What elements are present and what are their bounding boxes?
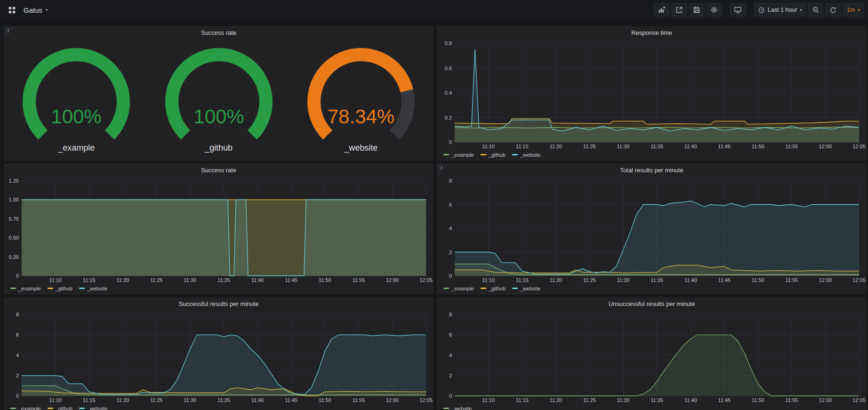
add-panel-button[interactable] bbox=[654, 3, 670, 17]
svg-text:4: 4 bbox=[449, 353, 452, 358]
caret-down-icon: ▾ bbox=[858, 8, 860, 12]
legend-swatch bbox=[512, 288, 518, 289]
panel-successful-results: Successful results per minute 11:1011:15… bbox=[4, 297, 433, 410]
legend-item-_github[interactable]: _github bbox=[481, 152, 506, 158]
legend-swatch bbox=[79, 408, 85, 409]
svg-text:11:10: 11:10 bbox=[482, 277, 495, 283]
svg-text:0.8: 0.8 bbox=[445, 40, 452, 46]
svg-text:11:50: 11:50 bbox=[319, 397, 331, 403]
panel-success-rate-graph: Success rate 11:1011:1511:2011:2511:3011… bbox=[4, 164, 433, 294]
chart-legend: _example_github_website bbox=[5, 284, 433, 294]
settings-button[interactable] bbox=[706, 3, 722, 17]
caret-down-icon: ▾ bbox=[46, 8, 48, 12]
svg-text:11:40: 11:40 bbox=[684, 277, 697, 283]
grid-icon bbox=[8, 6, 16, 14]
svg-text:11:50: 11:50 bbox=[752, 277, 764, 283]
legend-item-_github[interactable]: _github bbox=[48, 286, 72, 291]
svg-text:11:20: 11:20 bbox=[116, 397, 129, 403]
svg-text:11:25: 11:25 bbox=[150, 277, 163, 283]
panel-title[interactable]: Unsuccessful results per minute bbox=[438, 298, 866, 310]
series-area-_website bbox=[22, 335, 426, 396]
svg-text:11:50: 11:50 bbox=[752, 144, 764, 149]
gauge-label: _example bbox=[58, 143, 95, 153]
svg-text:11:30: 11:30 bbox=[617, 397, 630, 403]
panel-title[interactable]: Total results per minute bbox=[438, 164, 866, 177]
refresh-interval-dropdown[interactable]: 1m ▾ bbox=[843, 3, 864, 17]
panel-title[interactable]: Success rate bbox=[5, 27, 433, 39]
legend-swatch bbox=[481, 288, 486, 289]
response-time-chart: 11:1011:1511:2011:2511:3011:3511:4011:45… bbox=[438, 39, 866, 151]
svg-text:4: 4 bbox=[449, 225, 452, 231]
legend-item-_website[interactable]: _website bbox=[512, 152, 540, 158]
refresh-button[interactable] bbox=[825, 3, 841, 17]
svg-text:11:50: 11:50 bbox=[319, 277, 331, 283]
chart-canvas[interactable]: 11:1011:1511:2011:2511:3011:3511:4011:45… bbox=[438, 310, 866, 404]
unsuccessful-results-chart: 11:1011:1511:2011:2511:3011:3511:4011:45… bbox=[438, 310, 866, 404]
legend-item-_github[interactable]: _github bbox=[481, 286, 506, 291]
svg-text:11:25: 11:25 bbox=[150, 397, 163, 403]
legend-item-_website[interactable]: _website bbox=[79, 406, 107, 410]
legend-label: _website bbox=[520, 152, 540, 158]
panel-response-time: Response time 11:1011:1511:2011:2511:301… bbox=[437, 26, 866, 161]
legend-item-_example[interactable]: _example bbox=[443, 286, 474, 291]
apps-grid-icon[interactable] bbox=[4, 3, 20, 17]
gauge-arc: 100% bbox=[148, 44, 289, 144]
save-icon bbox=[693, 6, 700, 14]
chart-canvas[interactable]: 11:1011:1511:2011:2511:3011:3511:4011:45… bbox=[438, 39, 866, 151]
legend-item-_github[interactable]: _github bbox=[48, 406, 72, 410]
legend-label: _example bbox=[18, 406, 41, 410]
legend-item-_example[interactable]: _example bbox=[443, 152, 474, 158]
tv-mode-button[interactable] bbox=[730, 3, 746, 17]
svg-text:11:35: 11:35 bbox=[651, 277, 663, 283]
svg-text:11:30: 11:30 bbox=[184, 397, 197, 403]
chart-canvas[interactable]: 11:1011:1511:2011:2511:3011:3511:4011:45… bbox=[438, 177, 866, 284]
dashboard-grid: i Success rate 100%_example100%_github78… bbox=[0, 20, 868, 410]
svg-text:8: 8 bbox=[16, 312, 19, 317]
svg-text:11:45: 11:45 bbox=[718, 277, 731, 283]
refresh-icon bbox=[829, 6, 837, 14]
svg-text:1.00: 1.00 bbox=[9, 197, 19, 202]
svg-text:11:35: 11:35 bbox=[651, 397, 663, 403]
svg-text:12:00: 12:00 bbox=[819, 277, 832, 283]
panel-title[interactable]: Successful results per minute bbox=[5, 298, 433, 310]
share-button[interactable] bbox=[671, 3, 687, 17]
zoom-out-button[interactable] bbox=[808, 3, 824, 17]
dashboard-title[interactable]: Gatus ▾ bbox=[24, 6, 48, 14]
caret-down-icon: ▾ bbox=[800, 8, 803, 12]
legend-label: _github bbox=[489, 152, 506, 158]
svg-text:11:10: 11:10 bbox=[49, 397, 62, 403]
panel-info-icon[interactable]: i bbox=[438, 164, 449, 176]
legend-item-_website[interactable]: _website bbox=[512, 286, 540, 291]
panel-title[interactable]: Success rate bbox=[5, 164, 433, 177]
svg-text:11:40: 11:40 bbox=[251, 277, 264, 283]
legend-item-_example[interactable]: _example bbox=[10, 286, 41, 291]
panel-info-icon[interactable]: i bbox=[5, 27, 16, 38]
chart-legend: _example_github_website bbox=[5, 404, 433, 410]
svg-text:11:10: 11:10 bbox=[482, 144, 495, 149]
svg-text:11:20: 11:20 bbox=[549, 144, 562, 149]
successful-results-chart: 11:1011:1511:2011:2511:3011:3511:4011:45… bbox=[5, 310, 433, 404]
svg-text:11:50: 11:50 bbox=[752, 397, 764, 403]
svg-text:11:55: 11:55 bbox=[785, 397, 798, 403]
svg-text:12:05: 12:05 bbox=[852, 277, 866, 283]
svg-text:0: 0 bbox=[16, 273, 19, 279]
svg-text:2: 2 bbox=[449, 373, 452, 378]
legend-item-_example[interactable]: _example bbox=[10, 406, 41, 410]
time-range-label: Last 1 hour bbox=[768, 7, 797, 13]
time-range-picker[interactable]: Last 1 hour ▾ bbox=[754, 3, 806, 17]
legend-item-_website[interactable]: _website bbox=[79, 286, 107, 291]
svg-text:11:30: 11:30 bbox=[617, 144, 630, 149]
save-button[interactable] bbox=[689, 3, 705, 17]
clock-icon bbox=[758, 7, 765, 14]
chart-canvas[interactable]: 11:1011:1511:2011:2511:3011:3511:4011:45… bbox=[5, 177, 433, 284]
panel-title[interactable]: Response time bbox=[438, 27, 866, 39]
legend-item-_website[interactable]: _website bbox=[443, 406, 472, 410]
chart-canvas[interactable]: 11:1011:1511:2011:2511:3011:3511:4011:45… bbox=[5, 310, 433, 404]
legend-swatch bbox=[512, 154, 518, 155]
gauge-value: 100% bbox=[51, 105, 102, 128]
svg-text:11:20: 11:20 bbox=[116, 277, 129, 283]
svg-text:11:15: 11:15 bbox=[516, 397, 529, 403]
svg-text:6: 6 bbox=[449, 332, 452, 338]
legend-label: _website bbox=[520, 286, 540, 291]
chart-legend: _example_github_website bbox=[438, 151, 866, 160]
